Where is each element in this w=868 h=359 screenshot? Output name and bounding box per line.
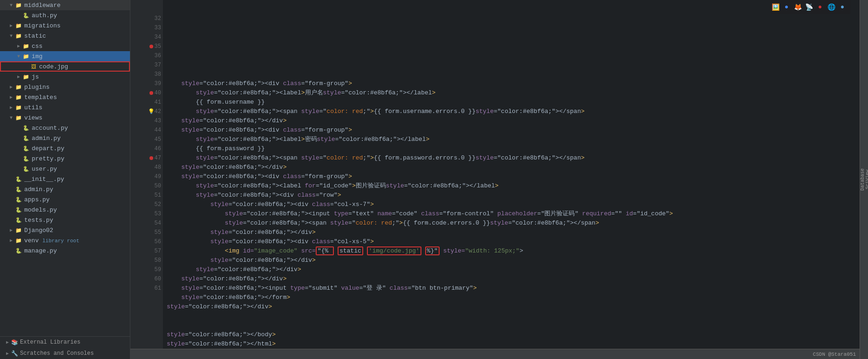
icon-network[interactable]: 📡 <box>805 3 813 11</box>
database-panel-label[interactable]: Database <box>860 165 865 194</box>
line-number: 34 <box>130 33 163 42</box>
expand-arrow: ▼ <box>15 54 22 59</box>
code-line: {{ form.username }} <box>167 98 860 107</box>
line-number: 💡42 <box>130 107 163 116</box>
sidebar-item-label: middleware <box>24 2 128 9</box>
code-line: style="color:#e8bf6a;"></div> <box>167 116 860 126</box>
code-line: style="color:#e8bf6a;"><span style="colo… <box>167 107 860 116</box>
sidebar-item-manage-py[interactable]: 🐍 manage.py <box>0 246 130 256</box>
expand-arrow: ▶ <box>4 339 11 345</box>
sidebar-item-pretty-py[interactable]: 🐍 pretty.py <box>0 153 130 164</box>
sidebar-item-label: Django02 <box>24 227 128 234</box>
icon-red[interactable]: ● <box>816 3 824 11</box>
sidebar-item-depart-py[interactable]: 🐍 depart.py <box>0 143 130 153</box>
python-file-icon: 🐍 <box>22 165 30 173</box>
code-line: style="color:#e8bf6a;"><div class="form-… <box>167 79 860 88</box>
folder-icon: 📁 <box>15 22 22 29</box>
sidebar-item-models-py[interactable]: 🐍 models.py <box>0 205 130 215</box>
folder-icon: 📁 <box>15 83 22 91</box>
sidebar-bottom-section: ▶ 📚 External Libraries ▶ 🔧 Scratches and… <box>0 336 130 359</box>
code-line: style="color:#e8bf6a;"><span style="colo… <box>167 153 860 163</box>
sidebar-item-static[interactable]: ▼ 📁 static <box>0 31 130 41</box>
line-num-text: 50 <box>155 181 161 191</box>
code-content-area[interactable]: style="color:#e8bf6a;"><div class="form-… <box>163 0 860 349</box>
sidebar-scratches[interactable]: ▶ 🔧 Scratches and Consoles <box>0 348 130 359</box>
scratches-icon: 🔧 <box>11 350 18 357</box>
expand-arrow: ▶ <box>7 23 15 28</box>
sidebar-item-apps-py[interactable]: 🐍 apps.py <box>0 194 130 205</box>
sidebar-item-views[interactable]: ▼ 📁 views <box>0 113 130 123</box>
sidebar-item-label: account.py <box>32 125 128 132</box>
sidebar-item-account-py[interactable]: 🐍 account.py <box>0 123 130 133</box>
code-line: style="color:#e8bf6a;"><label for="id_co… <box>167 181 860 191</box>
line-num-text: 58 <box>155 256 161 265</box>
code-editor: 🖼️ ● 🦊 📡 ● 🌐 ● 32333435363738394041💡4243… <box>130 0 860 359</box>
icon-blue[interactable]: ● <box>838 3 847 11</box>
line-number: 40 <box>130 88 163 98</box>
code-line: style="color:#e8bf6a;"><div class="form-… <box>167 172 860 181</box>
sidebar-item-admin-py[interactable]: 🐍 admin.py <box>0 184 130 194</box>
line-number: 48 <box>130 163 163 172</box>
sidebar-item-img[interactable]: ▼ 📁 img <box>0 51 130 61</box>
sidebar-item-utils[interactable]: ▶ 📁 utils <box>0 102 130 113</box>
python-file-icon: 🐍 <box>22 12 30 19</box>
line-num-text: 55 <box>155 228 161 237</box>
expand-arrow: ▶ <box>7 227 15 233</box>
line-number: 35 <box>130 42 163 51</box>
line-numbers: 32333435363738394041💡4243444546474849505… <box>130 14 163 293</box>
sidebar-external-libraries[interactable]: ▶ 📚 External Libraries <box>0 337 130 348</box>
python-file-icon: 🐍 <box>15 196 22 203</box>
sidebar-item-init-py[interactable]: 🐍 __init__.py <box>0 174 130 184</box>
python-file-icon: 🐍 <box>15 216 22 224</box>
folder-icon: 📁 <box>15 237 22 244</box>
folder-icon: 📁 <box>22 42 30 50</box>
icon-chrome[interactable]: ● <box>782 3 791 11</box>
sidebar-item-code-jpg[interactable]: 🖼 code.jpg <box>0 61 130 72</box>
sciview-panel-label[interactable]: SciView <box>865 166 868 193</box>
line-number: 58 <box>130 256 163 265</box>
sidebar-item-css[interactable]: ▶ 📁 css <box>0 41 130 51</box>
sidebar-item-tests-py[interactable]: 🐍 tests.py <box>0 215 130 225</box>
icon-screenshot[interactable]: 🖼️ <box>771 3 780 11</box>
code-line: style="color:#e8bf6a;"><input type="text… <box>167 209 860 219</box>
gutter-error-dot <box>149 45 153 48</box>
code-line: style="color:#e8bf6a;"><div class="col-x… <box>167 237 860 246</box>
sidebar-item-venv[interactable]: ▶ 📁 venv library root <box>0 235 130 246</box>
line-number: 50 <box>130 181 163 191</box>
sidebar-item-label: plugins <box>24 84 128 91</box>
line-num-text: 34 <box>155 33 161 42</box>
sidebar-item-label: utils <box>24 104 128 111</box>
icon-firefox[interactable]: 🦊 <box>793 3 802 11</box>
line-num-text: 48 <box>155 163 161 172</box>
code-line: style="color:#e8bf6a;"></div> <box>167 163 860 172</box>
sidebar-item-plugins[interactable]: ▶ 📁 plugins <box>0 82 130 92</box>
python-file-icon: 🐍 <box>22 124 30 132</box>
sidebar-item-label: admin.py <box>24 186 128 193</box>
sidebar-item-django02[interactable]: ▶ 📁 Django02 <box>0 225 130 235</box>
icon-globe[interactable]: 🌐 <box>827 3 835 11</box>
sidebar-item-middleware[interactable]: ▼ 📁 middleware <box>0 0 130 10</box>
external-libraries-label: External Libraries <box>20 339 81 346</box>
sidebar-item-user-py[interactable]: 🐍 user.py <box>0 164 130 174</box>
code-line: style="color:#e8bf6a;"></div> <box>167 228 860 237</box>
sidebar-item-label: views <box>24 114 128 121</box>
line-num-text: 60 <box>155 274 161 284</box>
line-num-text: 33 <box>155 23 161 33</box>
sidebar-item-templates[interactable]: ▶ 📁 templates <box>0 92 130 102</box>
line-num-text: 43 <box>155 116 161 126</box>
code-line: style="color:#e8bf6a;"></form> <box>167 293 860 302</box>
line-num-text: 59 <box>155 265 161 274</box>
code-lines: style="color:#e8bf6a;"><div class="form-… <box>167 51 860 349</box>
sidebar-item-auth-py[interactable]: 🐍 auth.py <box>0 10 130 20</box>
sidebar-item-migrations[interactable]: ▶ 📁 migrations <box>0 20 130 31</box>
sidebar-item-label: venv library root <box>24 237 128 244</box>
sidebar-item-admin-views-py[interactable]: 🐍 admin.py <box>0 133 130 143</box>
line-number-gutter: 32333435363738394041💡4243444546474849505… <box>130 0 163 349</box>
code-line: style="color:#e8bf6a;"></div> <box>167 265 860 274</box>
line-number: 41 <box>130 98 163 107</box>
expand-arrow: ▶ <box>7 84 15 90</box>
sidebar-item-label: js <box>32 73 128 80</box>
expand-arrow: ▶ <box>15 43 22 49</box>
sidebar-item-js[interactable]: ▶ 📁 js <box>0 72 130 82</box>
line-number: 52 <box>130 200 163 209</box>
